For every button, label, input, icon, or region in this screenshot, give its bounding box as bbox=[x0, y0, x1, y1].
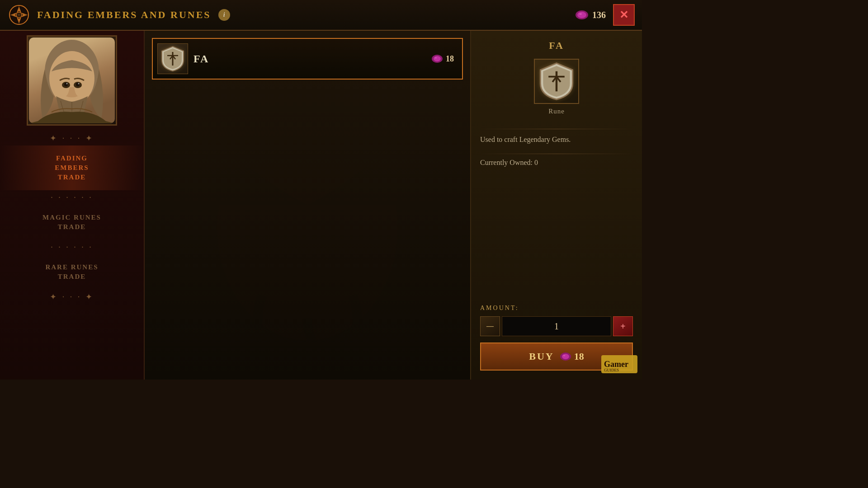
sidebar: ✦ · · · ✦ FADINGEMBERSTRADE · · · · · · … bbox=[0, 31, 145, 380]
buy-cost: 18 bbox=[560, 351, 584, 362]
nav-label-fading-embers: FADINGEMBERSTRADE bbox=[9, 154, 135, 182]
item-cost-value: 18 bbox=[446, 54, 454, 64]
header-right: 136 ✕ bbox=[575, 4, 635, 26]
svg-text:GUIDES: GUIDES bbox=[604, 368, 619, 372]
info-button[interactable]: i bbox=[218, 9, 230, 21]
divider-mid2: · · · · · · bbox=[14, 243, 129, 252]
plus-icon: + bbox=[620, 321, 625, 332]
detail-panel: FA Rune Used to craft Legendary Gems. Cu… bbox=[470, 31, 642, 380]
item-cost: 18 bbox=[431, 54, 454, 64]
separator-2 bbox=[480, 154, 633, 154]
detail-icon-box bbox=[534, 59, 579, 104]
svg-point-6 bbox=[579, 13, 582, 15]
svg-point-5 bbox=[577, 12, 586, 18]
bg-art bbox=[145, 31, 470, 380]
divider-top: ✦ · · · ✦ bbox=[14, 134, 129, 143]
buy-label: BUY bbox=[529, 351, 554, 362]
amount-decrease-button[interactable]: — bbox=[480, 316, 500, 336]
nav-item-fading-embers[interactable]: FADINGEMBERSTRADE bbox=[0, 145, 144, 190]
buy-gem-icon bbox=[560, 352, 571, 361]
detail-owned: Currently Owned: 0 bbox=[480, 159, 633, 167]
npc-face-svg bbox=[29, 38, 115, 123]
header-title: FADING EMBERS AND RUNES bbox=[37, 9, 211, 21]
amount-input[interactable] bbox=[502, 316, 611, 336]
npc-portrait bbox=[27, 35, 117, 126]
amount-label: AMOUNT: bbox=[480, 305, 633, 312]
buy-cost-value: 18 bbox=[574, 351, 584, 362]
svg-point-16 bbox=[271, 115, 344, 187]
svg-point-13 bbox=[66, 83, 68, 84]
detail-type: Rune bbox=[480, 108, 633, 115]
amount-increase-button[interactable]: + bbox=[613, 316, 633, 336]
item-icon-box bbox=[157, 43, 188, 74]
owned-value: 0 bbox=[534, 159, 538, 166]
divider-mid1: · · · · · · bbox=[14, 193, 129, 202]
nav-item-magic-runes[interactable]: MAGIC RUNESTRADE bbox=[0, 205, 144, 240]
main-content: FA 18 bbox=[145, 31, 470, 380]
divider-bottom: ✦ · · · ✦ bbox=[14, 292, 129, 301]
detail-title: FA bbox=[480, 40, 633, 52]
watermark: Gamer GUIDES bbox=[601, 355, 637, 375]
detail-description: Used to craft Legendary Gems. bbox=[480, 134, 633, 145]
svg-text:Gamer: Gamer bbox=[604, 360, 628, 369]
currency-amount: 136 bbox=[592, 10, 606, 20]
svg-point-14 bbox=[78, 83, 80, 84]
svg-point-23 bbox=[435, 57, 437, 59]
header: FADING EMBERS AND RUNES i 136 ✕ bbox=[0, 0, 642, 31]
currency-display: 136 bbox=[575, 10, 606, 20]
svg-point-29 bbox=[562, 354, 569, 359]
item-card-fa[interactable]: FA 18 bbox=[152, 38, 463, 80]
svg-point-30 bbox=[563, 355, 565, 357]
detail-rune-icon bbox=[539, 62, 574, 101]
separator-1 bbox=[480, 129, 633, 129]
nav-label-magic-runes: MAGIC RUNESTRADE bbox=[9, 213, 135, 232]
owned-label: Currently Owned: bbox=[480, 159, 533, 166]
body: ✦ · · · ✦ FADINGEMBERSTRADE · · · · · · … bbox=[0, 31, 642, 380]
svg-point-15 bbox=[217, 115, 398, 341]
item-name: FA bbox=[193, 53, 426, 65]
rune-item-icon bbox=[161, 46, 184, 72]
close-button[interactable]: ✕ bbox=[613, 4, 635, 26]
currency-icon bbox=[575, 10, 589, 20]
detail-spacer bbox=[480, 167, 633, 305]
minus-icon: — bbox=[486, 322, 494, 330]
cost-gem-icon bbox=[431, 54, 443, 63]
nav-item-rare-runes[interactable]: RARE RUNESTRADE bbox=[0, 254, 144, 290]
header-icon bbox=[7, 3, 31, 27]
svg-point-22 bbox=[434, 56, 441, 61]
nav-label-rare-runes: RARE RUNESTRADE bbox=[9, 263, 135, 282]
amount-control: — + bbox=[480, 316, 633, 336]
